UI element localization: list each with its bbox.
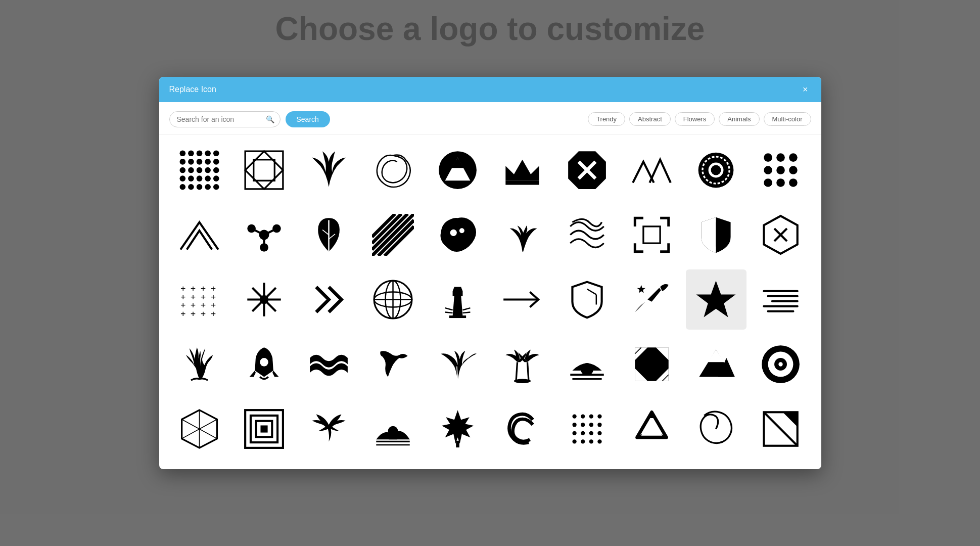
svg-point-145 bbox=[597, 431, 601, 435]
icon-palm-leaf[interactable] bbox=[428, 334, 488, 394]
svg-marker-152 bbox=[783, 412, 798, 427]
icon-mountain-circle[interactable] bbox=[428, 140, 488, 201]
icon-speed-lines[interactable] bbox=[751, 269, 811, 330]
icon-leaf[interactable] bbox=[298, 205, 359, 265]
svg-point-6 bbox=[188, 159, 194, 165]
search-button[interactable]: Search bbox=[286, 111, 330, 127]
icon-eye-target[interactable] bbox=[751, 334, 811, 394]
icon-double-chevron[interactable] bbox=[298, 269, 359, 330]
icon-maple-leaf[interactable] bbox=[428, 398, 488, 459]
search-input[interactable] bbox=[169, 111, 281, 127]
svg-line-92 bbox=[463, 312, 471, 313]
svg-marker-97 bbox=[696, 281, 736, 317]
icon-shield-half[interactable] bbox=[686, 205, 746, 265]
svg-point-8 bbox=[205, 159, 211, 165]
close-button[interactable]: × bbox=[800, 84, 811, 95]
svg-marker-85 bbox=[453, 295, 463, 316]
svg-marker-104 bbox=[249, 371, 255, 377]
icon-floral-branch[interactable] bbox=[492, 205, 553, 265]
icon-grid: + + + + + + + + + + + + + + + + + + + + bbox=[169, 140, 811, 459]
svg-marker-96 bbox=[637, 285, 645, 293]
icon-dot-matrix[interactable] bbox=[556, 398, 617, 459]
svg-point-109 bbox=[514, 379, 531, 383]
svg-point-7 bbox=[197, 159, 203, 165]
icon-mountain-filled[interactable] bbox=[686, 334, 746, 394]
icon-shield-outline[interactable] bbox=[556, 269, 617, 330]
icon-hexagon-outline[interactable] bbox=[169, 398, 230, 459]
svg-point-138 bbox=[572, 423, 576, 427]
icon-waves[interactable] bbox=[298, 334, 359, 394]
icon-crown[interactable] bbox=[492, 140, 553, 201]
svg-point-140 bbox=[589, 423, 593, 427]
icon-rocket[interactable] bbox=[234, 334, 294, 394]
svg-marker-26 bbox=[245, 151, 283, 189]
icon-mountain-outline[interactable] bbox=[169, 205, 230, 265]
svg-point-149 bbox=[597, 439, 601, 443]
icon-ink-brush[interactable] bbox=[363, 334, 424, 394]
svg-point-16 bbox=[188, 176, 194, 182]
icon-scribble-circle[interactable] bbox=[363, 140, 424, 201]
icon-nested-diamond[interactable] bbox=[234, 140, 294, 201]
filter-animals[interactable]: Animals bbox=[719, 112, 759, 126]
icon-sunrise-hills[interactable] bbox=[363, 398, 424, 459]
filter-trendy[interactable]: Trendy bbox=[588, 112, 625, 126]
svg-point-18 bbox=[205, 176, 211, 182]
search-left: 🔍 Search bbox=[169, 111, 330, 127]
svg-point-2 bbox=[197, 151, 203, 157]
icon-snowflake[interactable] bbox=[234, 269, 294, 330]
icon-plus-grid[interactable]: + + + + + + + + + + + + + + + + + + + + bbox=[169, 269, 230, 330]
svg-point-13 bbox=[205, 167, 211, 173]
svg-point-141 bbox=[597, 423, 601, 427]
icon-nested-squares[interactable] bbox=[234, 398, 294, 459]
svg-rect-129 bbox=[261, 426, 266, 431]
search-input-wrap: 🔍 bbox=[169, 111, 281, 127]
svg-line-89 bbox=[445, 308, 453, 310]
icon-shooting-star[interactable] bbox=[621, 269, 682, 330]
icon-dot-grid[interactable] bbox=[169, 140, 230, 201]
icon-c-logo[interactable] bbox=[492, 398, 553, 459]
svg-point-47 bbox=[776, 178, 785, 187]
icon-scribble-lines[interactable] bbox=[556, 205, 617, 265]
icon-double-mountain[interactable] bbox=[621, 140, 682, 201]
icon-laurel-wreath[interactable] bbox=[169, 334, 230, 394]
svg-point-79 bbox=[261, 296, 267, 303]
svg-point-20 bbox=[179, 184, 185, 190]
svg-point-1 bbox=[188, 151, 194, 157]
svg-line-91 bbox=[463, 308, 471, 310]
svg-rect-88 bbox=[449, 315, 466, 318]
icon-fabric-swatch[interactable] bbox=[621, 334, 682, 394]
icon-wax-seal[interactable] bbox=[686, 140, 746, 201]
icon-x-octagon[interactable] bbox=[556, 140, 617, 201]
svg-marker-87 bbox=[453, 287, 463, 291]
icon-sphere-grid[interactable] bbox=[363, 269, 424, 330]
filter-multicolor[interactable]: Multi-color bbox=[764, 112, 811, 126]
icon-lighthouse[interactable] bbox=[428, 269, 488, 330]
icon-plant-branch[interactable] bbox=[298, 140, 359, 201]
svg-point-10 bbox=[179, 167, 185, 173]
icon-molecule[interactable] bbox=[234, 205, 294, 265]
icon-arrow-right[interactable] bbox=[492, 269, 553, 330]
icon-organic-blob[interactable] bbox=[428, 205, 488, 265]
icon-palm-trees[interactable] bbox=[492, 334, 553, 394]
svg-point-41 bbox=[776, 154, 785, 162]
icon-bird[interactable] bbox=[298, 398, 359, 459]
icon-expand-focus[interactable] bbox=[621, 205, 682, 265]
icon-spiral[interactable] bbox=[686, 398, 746, 459]
svg-rect-32 bbox=[505, 181, 539, 185]
svg-point-4 bbox=[213, 151, 219, 157]
icon-grid-container[interactable]: + + + + + + + + + + + + + + + + + + + + bbox=[159, 135, 821, 469]
icon-nine-dots[interactable] bbox=[751, 140, 811, 201]
icon-impossible-triangle[interactable] bbox=[621, 398, 682, 459]
filter-abstract[interactable]: Abstract bbox=[629, 112, 671, 126]
svg-point-143 bbox=[581, 431, 585, 435]
icon-sunrise[interactable] bbox=[556, 334, 617, 394]
filter-flowers[interactable]: Flowers bbox=[675, 112, 715, 126]
svg-point-40 bbox=[764, 154, 772, 162]
icon-square-diagonal[interactable] bbox=[751, 398, 811, 459]
icon-diagonal-stripes[interactable] bbox=[363, 205, 424, 265]
icon-star[interactable] bbox=[686, 269, 746, 330]
svg-point-21 bbox=[188, 184, 194, 190]
svg-text:+ + + + +: + + + + + bbox=[180, 309, 220, 318]
icon-hexagon-x[interactable] bbox=[751, 205, 811, 265]
svg-point-148 bbox=[589, 439, 593, 443]
